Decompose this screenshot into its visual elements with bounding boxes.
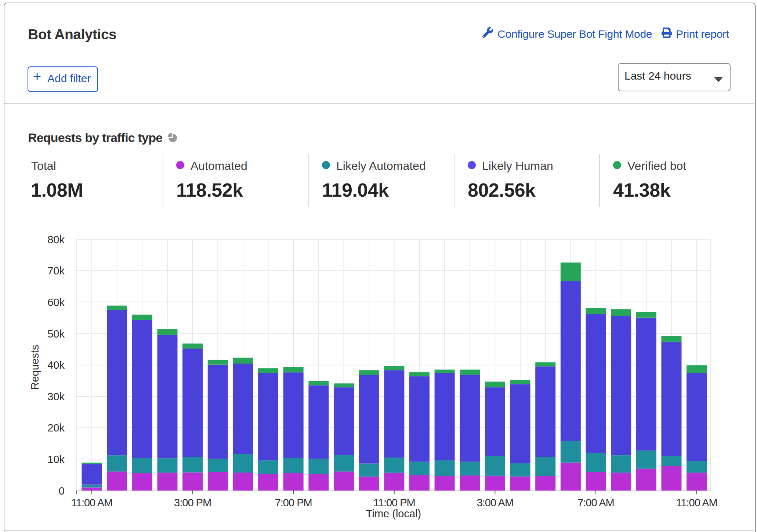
svg-text:40k: 40k [47, 359, 65, 371]
svg-text:50k: 50k [47, 328, 65, 340]
svg-text:80k: 80k [47, 234, 65, 245]
svg-text:70k: 70k [47, 265, 65, 277]
svg-text:Requests: Requests [29, 345, 41, 390]
svg-text:7:00 AM: 7:00 AM [577, 497, 614, 509]
svg-text:20k: 20k [47, 422, 65, 434]
svg-text:3:00 AM: 3:00 AM [477, 497, 513, 509]
svg-text:11:00 AM: 11:00 AM [71, 497, 112, 509]
svg-text:10k: 10k [47, 453, 65, 465]
svg-text:0: 0 [59, 485, 65, 497]
svg-text:11:00 PM: 11:00 PM [373, 497, 415, 509]
svg-text:3:00 PM: 3:00 PM [174, 497, 211, 509]
svg-text:60k: 60k [47, 296, 65, 308]
svg-text:11:00 AM: 11:00 AM [676, 497, 717, 509]
svg-text:Time (local): Time (local) [366, 508, 421, 520]
svg-text:30k: 30k [47, 391, 65, 402]
svg-text:7:00 PM: 7:00 PM [275, 497, 312, 509]
